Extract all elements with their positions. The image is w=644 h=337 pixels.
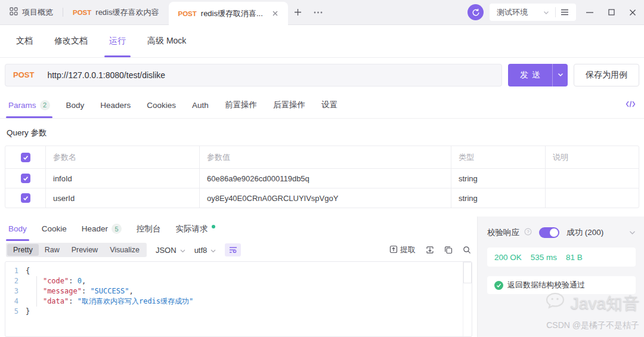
- tab-advanced-mock[interactable]: 高级 Mock: [147, 25, 186, 57]
- scrollbar[interactable]: [463, 262, 472, 336]
- tab-post-processors[interactable]: 后置操作: [273, 92, 305, 118]
- tab-actual-request[interactable]: 实际请求: [176, 217, 215, 241]
- tab-cookies[interactable]: Cookies: [147, 92, 176, 118]
- tab-headers[interactable]: Headers: [100, 92, 131, 118]
- tab-label: 控制台: [137, 224, 161, 234]
- line-number: 5: [5, 307, 26, 317]
- row-checkbox[interactable]: [21, 193, 30, 203]
- tab-label: 项目概览: [22, 7, 53, 18]
- scrollbar-thumb[interactable]: [463, 262, 472, 283]
- param-desc-cell[interactable]: [545, 188, 639, 208]
- param-value-cell[interactable]: 60e86a9e9026cd000119db5q: [199, 169, 451, 188]
- tab-edit-docs[interactable]: 修改文档: [54, 25, 88, 57]
- url-input[interactable]: POST http://127.0.0.1:8080/test/dislike: [5, 64, 502, 86]
- param-desc-cell[interactable]: [545, 169, 639, 188]
- format-selector[interactable]: JSON: [156, 246, 185, 255]
- tab-params[interactable]: Params 2: [8, 92, 50, 118]
- tab-pre-processors[interactable]: 前置操作: [225, 92, 257, 118]
- tab-run[interactable]: 运行: [109, 25, 126, 57]
- save-as-case-button[interactable]: 保存为用例: [574, 64, 639, 86]
- code-line: 3 "message": "SUCCESS",: [5, 286, 472, 296]
- tab-request-dislike-active[interactable]: POST redis缓存取消喜...: [169, 2, 288, 25]
- tab-request-like[interactable]: POST redis缓存喜欢内容: [63, 0, 169, 24]
- extract-button[interactable]: 提取: [389, 245, 416, 255]
- method-badge: POST: [178, 10, 197, 17]
- code-token: "message": [43, 287, 82, 295]
- send-button[interactable]: 发送: [508, 64, 568, 86]
- grid-icon: [10, 7, 18, 17]
- maximize-button[interactable]: [603, 0, 619, 25]
- titlebar: 项目概览 POST redis缓存喜欢内容 POST redis缓存取消喜...: [0, 0, 644, 25]
- indent-guide: [36, 276, 37, 307]
- code-token: [26, 277, 43, 285]
- row-checkbox[interactable]: [21, 174, 30, 183]
- select-all-checkbox[interactable]: [21, 153, 30, 162]
- close-window-button[interactable]: [625, 0, 640, 25]
- tab-label: Cookies: [147, 101, 176, 110]
- view-raw[interactable]: Raw: [39, 244, 66, 256]
- code-token: :: [82, 287, 90, 295]
- word-wrap-icon[interactable]: [225, 243, 241, 256]
- param-name-cell[interactable]: infoId: [45, 169, 199, 188]
- response-size: 81 B: [566, 253, 583, 262]
- param-value-cell[interactable]: oy8Ey40E0CRnA0GRCLUYIVspVgoY: [199, 188, 451, 208]
- tab-console[interactable]: 控制台: [137, 217, 161, 241]
- close-tab-icon[interactable]: [272, 10, 278, 17]
- code-line: 2 "code": 0,: [5, 276, 472, 286]
- line-number: 3: [5, 286, 26, 296]
- validation-status: 成功 (200): [566, 227, 603, 238]
- param-name-cell[interactable]: userId: [45, 188, 199, 208]
- request-bar: POST http://127.0.0.1:8080/test/dislike …: [0, 58, 644, 92]
- copy-icon[interactable]: [444, 246, 453, 254]
- minimize-button[interactable]: [582, 0, 597, 25]
- extract-label: 提取: [400, 245, 416, 255]
- line-number: 1: [5, 266, 26, 276]
- tab-settings[interactable]: 设置: [321, 92, 338, 118]
- params-count-badge: 2: [40, 100, 50, 110]
- response-body-editor[interactable]: 1 { 2 "code": 0, 3 "message": "SUCCESS",…: [5, 261, 472, 337]
- save-label: 保存为用例: [586, 70, 627, 81]
- tab-body[interactable]: Body: [66, 92, 85, 118]
- encoding-selector[interactable]: utf8: [194, 246, 216, 255]
- method-selector[interactable]: POST: [5, 70, 47, 79]
- chevron-down-icon: [210, 246, 216, 255]
- chat-bubble-icon: [545, 292, 566, 315]
- code-token: [26, 287, 43, 295]
- tab-response-cookie[interactable]: Cookie: [42, 217, 67, 241]
- tab-response-body[interactable]: Body: [8, 217, 27, 241]
- param-type-cell[interactable]: string: [451, 188, 545, 208]
- new-tab-button[interactable]: [288, 0, 308, 24]
- tab-label: Header: [82, 224, 108, 233]
- tab-response-header[interactable]: Header 5: [82, 217, 122, 241]
- send-options-caret[interactable]: [552, 64, 568, 86]
- validate-toggle[interactable]: [539, 227, 559, 238]
- sync-button[interactable]: [467, 4, 484, 20]
- tab-label: Body: [66, 101, 85, 110]
- environment-group: 测试环境: [490, 4, 576, 21]
- check-icon: [494, 281, 503, 290]
- menu-icon[interactable]: [556, 9, 574, 16]
- code-token: "取消喜欢内容写入redis缓存成功": [78, 297, 194, 305]
- column-header-name: 参数名: [45, 146, 199, 168]
- request-sub-tabs: Params 2 Body Headers Cookies Auth 前置操作 …: [0, 92, 644, 119]
- code-line: 5 }: [5, 307, 472, 317]
- chevron-down-icon[interactable]: [629, 231, 636, 235]
- more-tabs-button[interactable]: [308, 0, 329, 24]
- toggle-knob: [550, 228, 558, 237]
- search-icon[interactable]: [463, 246, 471, 254]
- view-preview[interactable]: Preview: [66, 244, 104, 256]
- code-token: {: [26, 267, 30, 275]
- view-visualize[interactable]: Visualize: [104, 244, 145, 256]
- save-response-icon[interactable]: [426, 246, 434, 254]
- watermark: Java知音 CSDN @是橘子不是桔子: [545, 292, 639, 331]
- code-view-icon[interactable]: [626, 100, 636, 110]
- tab-auth[interactable]: Auth: [192, 92, 209, 118]
- tab-docs[interactable]: 文档: [16, 25, 33, 57]
- tab-project-overview[interactable]: 项目概览: [0, 0, 63, 24]
- validation-panel: 校验响应 ? 成功 (200) 200 OK 535 ms 81 B: [477, 217, 644, 337]
- help-icon[interactable]: ?: [524, 228, 532, 237]
- tab-label: Headers: [100, 101, 131, 110]
- view-pretty[interactable]: Pretty: [7, 244, 39, 256]
- environment-selector[interactable]: 测试环境: [497, 7, 555, 18]
- param-type-cell[interactable]: string: [451, 169, 545, 188]
